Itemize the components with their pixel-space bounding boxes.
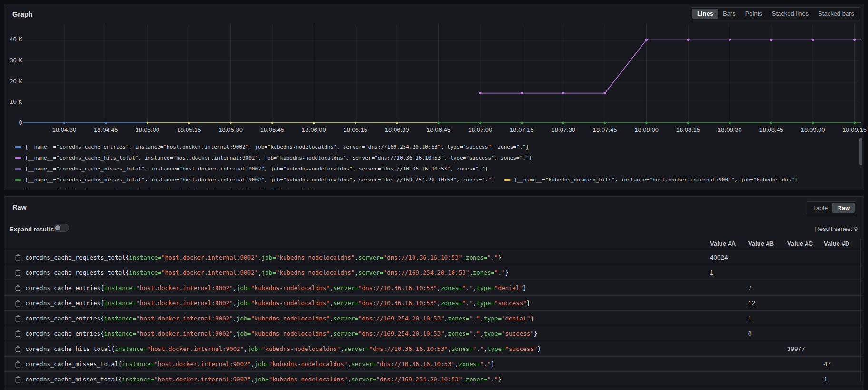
x-axis-label: 18:06:45 <box>420 126 458 133</box>
label-key: job= <box>247 345 262 352</box>
mode-button-stacked-lines[interactable]: Stacked lines <box>767 9 813 19</box>
closing-brace: } <box>498 376 502 383</box>
metric-name: coredns_cache_entries{ <box>25 330 104 337</box>
label-key: zones= <box>459 360 480 368</box>
x-axis-label: 18:07:30 <box>544 126 582 133</box>
table-row: coredns_cache_entries{instance="host.doc… <box>4 280 864 296</box>
mode-button-lines[interactable]: Lines <box>692 9 718 19</box>
x-axis-label: 18:05:00 <box>128 126 167 133</box>
x-axis-label: 18:05:30 <box>212 126 250 133</box>
x-axis-label: 18:07:45 <box>586 126 624 133</box>
mode-button-bars[interactable]: Bars <box>718 9 740 19</box>
column-header-b: Value #B <box>744 240 783 247</box>
x-axis-label: 18:06:15 <box>336 126 375 133</box>
legend-series-label: {__name__="kubedns_dnsmasq_misses", inst… <box>25 188 315 189</box>
copy-icon[interactable] <box>15 270 21 276</box>
table-row: coredns_cache_entries{instance="host.doc… <box>4 296 864 311</box>
copy-icon[interactable] <box>15 300 21 307</box>
x-axis-label: 18:08:45 <box>752 126 790 133</box>
y-axis-label: 0 <box>4 119 22 126</box>
x-axis-label: 18:09:00 <box>794 126 832 133</box>
legend-item[interactable]: {__name__="coredns_cache_misses_total", … <box>15 174 494 185</box>
copy-icon[interactable] <box>15 254 21 261</box>
column-header-d: Value #D <box>820 240 864 247</box>
label-key: instance= <box>115 345 147 352</box>
label-value: "." <box>487 376 498 383</box>
legend-item[interactable]: {__name__="kubedns_dnsmasq_misses", inst… <box>15 185 315 189</box>
label-separator: , <box>233 284 237 291</box>
label-value: "." <box>469 315 480 322</box>
metric-name: coredns_cache_requests_total{ <box>25 254 129 261</box>
copy-icon[interactable] <box>15 285 21 291</box>
table-row: coredns_cache_requests_total{instance="h… <box>4 265 864 280</box>
label-value: "kubedns-nodelocaldns" <box>251 300 330 307</box>
label-value: "denial" <box>502 315 530 322</box>
value-cell-b: 0 <box>744 330 783 337</box>
label-key: server= <box>333 315 358 322</box>
legend-item[interactable]: {__name__="kubedns_dnsmasq_hits", instan… <box>504 174 798 185</box>
label-separator: , <box>437 284 441 291</box>
value-cell-d: 47 <box>820 360 864 368</box>
label-key: job= <box>237 284 251 291</box>
query-expression: coredns_cache_requests_total{instance="h… <box>4 254 706 261</box>
label-key: type= <box>483 330 502 337</box>
label-value: "." <box>473 345 484 352</box>
view-button-table[interactable]: Table <box>808 203 832 213</box>
legend-series-swatch <box>15 146 21 148</box>
raw-view-toggle-group: TableRaw <box>807 201 856 214</box>
view-button-raw[interactable]: Raw <box>832 203 855 213</box>
query-expression: coredns_cache_entries{instance="host.doc… <box>4 330 706 337</box>
label-separator: , <box>347 376 351 383</box>
label-separator: , <box>455 360 459 368</box>
result-series-count: Result series: 9 <box>815 225 858 232</box>
value-cell-d: 1 <box>820 376 864 383</box>
copy-icon[interactable] <box>15 346 21 352</box>
label-separator: , <box>340 345 344 352</box>
label-separator: , <box>462 376 466 383</box>
label-separator: , <box>233 315 237 322</box>
copy-icon[interactable] <box>15 361 21 368</box>
legend-scrollbar[interactable] <box>859 138 862 165</box>
copy-icon[interactable] <box>15 330 21 337</box>
label-key: job= <box>262 269 276 276</box>
label-key: type= <box>476 284 494 291</box>
copy-icon[interactable] <box>15 376 21 383</box>
label-key: server= <box>333 300 358 307</box>
mode-button-stacked-bars[interactable]: Stacked bars <box>813 9 859 19</box>
graph-mode-toggle-group: LinesBarsPointsStacked linesStacked bars <box>691 7 860 20</box>
label-value: "host.docker.internal:9002" <box>154 360 251 368</box>
query-expression: coredns_cache_requests_total{instance="h… <box>4 269 706 276</box>
closing-brace: } <box>534 330 538 337</box>
raw-results-table: Value #AValue #BValue #CValue #Dcoredns_… <box>4 238 864 387</box>
label-key: zones= <box>473 269 494 276</box>
legend-series-swatch <box>15 157 21 159</box>
legend-item[interactable]: {__name__="coredns_cache_entries", insta… <box>15 141 529 152</box>
label-separator: , <box>251 360 255 368</box>
query-expression: coredns_cache_hits_total{instance="host.… <box>4 345 706 352</box>
label-separator: , <box>233 300 237 307</box>
label-value: "kubedns-nodelocaldns" <box>269 376 348 383</box>
label-value: "dns://10.36.16.10:53" <box>358 284 437 291</box>
table-row: coredns_cache_hits_total{instance="host.… <box>4 341 864 357</box>
copy-icon[interactable] <box>15 315 21 322</box>
label-separator: , <box>444 330 448 337</box>
mode-button-points[interactable]: Points <box>740 9 767 19</box>
label-key: server= <box>358 269 384 276</box>
expand-results-toggle[interactable] <box>54 224 69 232</box>
label-key: server= <box>358 254 384 261</box>
label-separator: , <box>355 269 358 276</box>
metric-name: coredns_cache_entries{ <box>25 284 104 291</box>
label-separator: , <box>462 254 466 261</box>
label-value: "kubedns-nodelocaldns" <box>269 360 348 368</box>
graph-canvas <box>4 23 865 125</box>
value-cell-b: 1 <box>744 315 783 322</box>
label-key: job= <box>255 360 269 368</box>
legend-item[interactable]: {__name__="coredns_cache_misses_total", … <box>15 163 488 174</box>
label-key: server= <box>333 284 358 291</box>
legend-series-swatch <box>15 168 21 170</box>
legend-item[interactable]: {__name__="coredns_cache_hits_total", in… <box>15 152 532 163</box>
label-key: zones= <box>466 376 487 383</box>
label-value: "kubedns-nodelocaldns" <box>251 315 330 322</box>
table-scrollbar[interactable] <box>860 239 861 381</box>
label-value: "kubedns-nodelocaldns" <box>276 254 355 261</box>
